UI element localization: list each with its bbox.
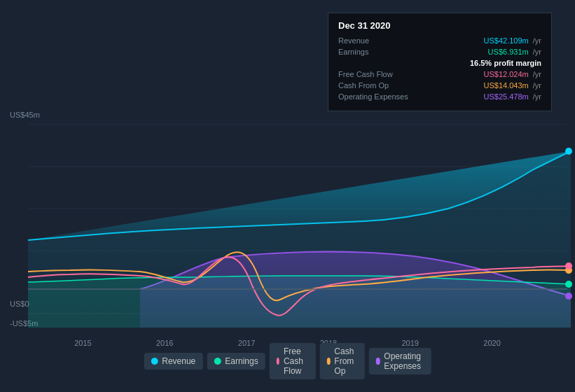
legend-fcf-label: Free Cash Flow <box>284 346 309 376</box>
legend-opex-label: Operating Expenses <box>384 351 424 371</box>
cashfromop-value: US$14.043m /yr <box>484 81 542 90</box>
earnings-label: Earnings <box>338 48 415 56</box>
fcf-dot <box>277 358 279 365</box>
chart-svg <box>0 118 575 328</box>
opex-row: Operating Expenses US$25.478m /yr <box>338 92 541 101</box>
x-label-2015: 2015 <box>74 339 91 347</box>
tooltip-title: Dec 31 2020 <box>338 20 541 31</box>
svg-point-7 <box>565 148 572 155</box>
legend-revenue[interactable]: Revenue <box>144 353 202 370</box>
legend-cashfromop[interactable]: Cash From Op <box>320 343 365 379</box>
earnings-value: US$6.931m /yr <box>488 48 541 56</box>
legend-earnings-label: Earnings <box>225 356 258 366</box>
revenue-value: US$42.109m /yr <box>484 36 542 45</box>
opex-value: US$25.478m /yr <box>484 92 542 101</box>
fcf-row: Free Cash Flow US$12.024m /yr <box>338 70 541 78</box>
legend-cashfromop-label: Cash From Op <box>334 346 358 376</box>
cashfromop-label: Cash From Op <box>338 81 415 90</box>
svg-point-11 <box>565 262 572 270</box>
svg-point-8 <box>565 293 572 300</box>
cashfromop-dot <box>327 358 330 365</box>
revenue-label: Revenue <box>338 36 415 45</box>
legend-opex[interactable]: Operating Expenses <box>369 348 431 374</box>
legend: Revenue Earnings Free Cash Flow Cash Fro… <box>144 343 431 379</box>
legend-earnings[interactable]: Earnings <box>207 353 265 370</box>
revenue-dot <box>151 358 158 365</box>
earnings-dot <box>214 358 221 365</box>
svg-point-9 <box>565 281 572 288</box>
tooltip-panel: Dec 31 2020 Revenue US$42.109m /yr Earni… <box>328 13 552 111</box>
earnings-row: Earnings US$6.931m /yr <box>338 48 541 56</box>
opex-label: Operating Expenses <box>338 92 415 101</box>
fcf-value: US$12.024m /yr <box>484 70 542 78</box>
x-label-2020: 2020 <box>483 339 500 347</box>
fcf-label: Free Cash Flow <box>338 70 415 78</box>
opex-dot <box>376 358 380 365</box>
legend-fcf[interactable]: Free Cash Flow <box>270 343 316 379</box>
profit-margin-row: 16.5% profit margin <box>338 59 541 67</box>
profit-margin-value: 16.5% profit margin <box>470 59 541 67</box>
revenue-row: Revenue US$42.109m /yr <box>338 36 541 45</box>
cashfromop-row: Cash From Op US$14.043m /yr <box>338 81 541 90</box>
legend-revenue-label: Revenue <box>162 356 195 366</box>
